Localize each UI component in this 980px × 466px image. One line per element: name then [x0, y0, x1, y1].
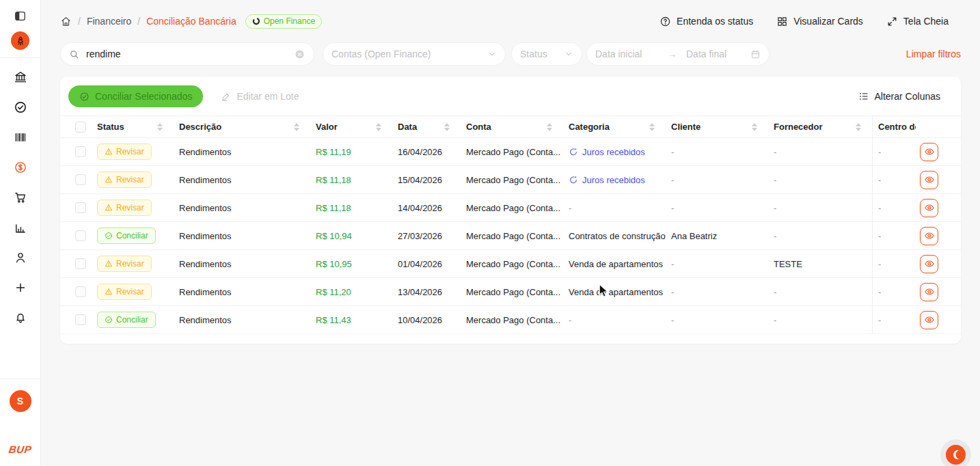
clear-search-button[interactable] [294, 49, 305, 60]
date-end-placeholder: Data final [686, 49, 745, 59]
sort-icon[interactable] [444, 123, 450, 131]
sidebar-item-user[interactable] [8, 245, 33, 270]
table-row: RevisarRendimentosR$ 11,1916/04/2026Merc… [60, 138, 961, 166]
sidebar-item-rocket[interactable] [11, 31, 29, 50]
column-header-categoria[interactable]: Categoria [563, 116, 666, 137]
sort-icon[interactable] [649, 123, 655, 131]
clear-filters-link[interactable]: Limpar filtros [906, 49, 961, 59]
sidebar-item-bar-chart[interactable] [8, 215, 33, 240]
data-cell: 10/04/2026 [392, 306, 461, 333]
view-details-button[interactable] [920, 283, 938, 301]
data-cell: 01/04/2026 [392, 250, 461, 277]
sidebar-item-plus[interactable] [8, 275, 33, 300]
table-row: RevisarRendimentosR$ 11,2013/04/2026Merc… [60, 278, 961, 306]
empty-value: - [569, 203, 571, 213]
empty-value: - [774, 287, 776, 297]
question-circle-icon [659, 16, 671, 27]
data-cell: 13/04/2026 [392, 278, 461, 305]
fornecedor-cell: - [768, 306, 872, 333]
column-header-status[interactable]: Status [92, 116, 174, 137]
arrow-right-icon: → [668, 49, 677, 59]
centro-de-custo-cell: - [872, 222, 916, 249]
status-badge-label: Revisar [116, 259, 144, 269]
column-header-valor[interactable]: Valor [310, 116, 392, 137]
column-header-fornecedor[interactable]: Fornecedor [768, 116, 872, 137]
sidebar-top [8, 7, 33, 57]
sidebar-item-dollar[interactable] [8, 155, 33, 180]
table-row: RevisarRendimentosR$ 11,1815/04/2026Merc… [60, 166, 961, 194]
breadcrumb-home-button[interactable] [60, 16, 72, 27]
sidebar-item-cart[interactable] [8, 185, 33, 210]
sidebar-divider-bottom [0, 379, 41, 379]
status-badge[interactable]: Revisar [97, 172, 152, 188]
status-select[interactable]: Status [511, 42, 582, 66]
sidebar-item-bell[interactable] [8, 305, 33, 330]
view-details-button[interactable] [920, 255, 938, 273]
status-badge[interactable]: Revisar [97, 284, 152, 300]
eye-icon [924, 286, 935, 297]
sidebar-item-barcode[interactable] [8, 125, 33, 150]
view-details-button[interactable] [920, 227, 938, 245]
contas-select[interactable]: Contas (Open Finance) [323, 42, 506, 66]
chevron-down-icon [487, 49, 497, 59]
categoria-suggestion-link[interactable]: Juros recebidos [569, 147, 645, 157]
row-checkbox[interactable] [75, 314, 86, 325]
select-all-checkbox[interactable] [75, 122, 86, 133]
breadcrumb-item[interactable]: Financeiro [87, 16, 131, 27]
categoria-suggestion-link[interactable]: Juros recebidos [569, 175, 645, 185]
sort-icon[interactable] [547, 123, 552, 131]
editar-em-lote-button[interactable]: Editar em Lote [221, 91, 299, 102]
empty-value: - [878, 203, 881, 213]
empty-value: - [774, 315, 776, 325]
accessibility-fab[interactable] [946, 445, 966, 465]
date-range-picker[interactable]: Data inicial → Data final [586, 42, 770, 66]
status-badge[interactable]: Revisar [97, 143, 152, 160]
sort-icon[interactable] [752, 123, 757, 131]
sort-icon[interactable] [294, 123, 299, 131]
status-badge[interactable]: Revisar [97, 200, 152, 216]
sort-icon[interactable] [856, 123, 861, 131]
sort-icon[interactable] [376, 123, 381, 131]
sidebar-item-check-circle[interactable] [8, 95, 33, 120]
row-checkbox[interactable] [75, 258, 86, 269]
alterar-colunas-button[interactable]: Alterar Colunas [858, 91, 941, 102]
column-header-data[interactable]: Data [392, 116, 461, 137]
checkbox-cell [60, 278, 92, 305]
warning-icon [105, 288, 113, 296]
column-header-conta[interactable]: Conta [461, 116, 563, 137]
home-icon [60, 16, 72, 27]
row-checkbox[interactable] [75, 230, 86, 241]
status-badge[interactable]: Conciliar [97, 312, 156, 328]
sidebar-item-sidebar-toggle[interactable] [8, 7, 33, 25]
card-toolbar: Conciliar Selecionados Editar em Lote Al… [60, 77, 961, 115]
column-label: Descrição [179, 122, 221, 132]
conciliar-selecionados-label: Conciliar Selecionados [95, 91, 192, 102]
column-header-cliente[interactable]: Cliente [666, 116, 768, 137]
user-avatar[interactable]: S [10, 390, 31, 412]
sidebar-item-bank[interactable] [8, 65, 33, 90]
row-checkbox[interactable] [75, 202, 86, 213]
sort-icon[interactable] [157, 123, 163, 131]
calendar-icon [750, 49, 761, 59]
status-cell: Revisar [92, 250, 174, 277]
status-badge-label: Revisar [116, 287, 144, 297]
row-checkbox[interactable] [75, 174, 86, 185]
search-input[interactable] [85, 48, 288, 60]
search-box[interactable] [60, 42, 314, 66]
conciliar-selecionados-button[interactable]: Conciliar Selecionados [68, 85, 203, 107]
view-details-button[interactable] [920, 199, 938, 217]
breadcrumb-item[interactable]: Conciliação Bancária [146, 16, 236, 27]
status-badge[interactable]: Revisar [97, 256, 152, 272]
view-details-button[interactable] [920, 311, 938, 329]
row-checkbox[interactable] [75, 286, 86, 297]
entenda-os-status-button[interactable]: Entenda os status [659, 16, 753, 27]
visualizar-cards-button[interactable]: Visualizar Cards [776, 16, 863, 27]
column-header-descricao[interactable]: Descrição [174, 116, 310, 137]
row-checkbox[interactable] [75, 146, 86, 157]
tela-cheia-button[interactable]: Tela Cheia [886, 16, 949, 27]
status-cell: Conciliar [92, 306, 174, 333]
status-badge[interactable]: Conciliar [97, 228, 156, 244]
cliente-cell: Ana Beatriz [666, 222, 768, 249]
view-details-button[interactable] [920, 171, 938, 189]
view-details-button[interactable] [920, 143, 938, 161]
